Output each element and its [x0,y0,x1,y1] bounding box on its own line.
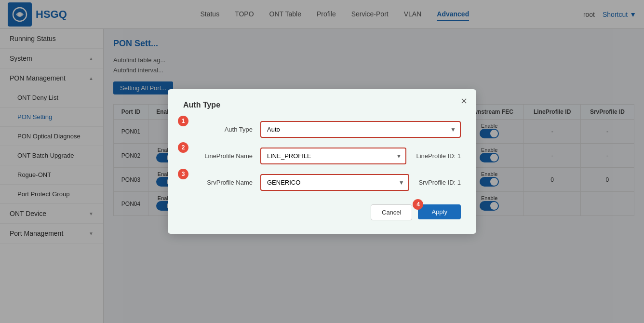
modal-overlay[interactable]: Auth Type ✕ 1 Auth Type Auto Manual Pass… [0,0,644,323]
line-profile-select[interactable]: LINE_PROFILE [260,148,406,164]
modal-footer: Cancel 4 Apply [183,204,461,220]
apply-wrap: 4 Apply [418,204,461,220]
line-profile-label: LineProfile Name [183,152,260,160]
line-profile-control: LINE_PROFILE ▼ [260,148,406,164]
srv-profile-label: SrvProfile Name [183,179,260,186]
line-profile-id: LineProfile ID: 1 [416,152,461,160]
auth-type-control: Auto Manual Password ▼ [260,121,461,138]
auth-type-row: 1 Auth Type Auto Manual Password ▼ [183,121,461,138]
step-3-badge: 3 [178,169,188,179]
step-2-badge: 2 [178,142,188,153]
modal-close-button[interactable]: ✕ [460,96,468,107]
srv-profile-control: GENERICO ▼ [260,174,409,191]
auth-type-select[interactable]: Auto Manual Password [260,121,461,138]
auth-type-modal: Auth Type ✕ 1 Auth Type Auto Manual Pass… [168,89,476,234]
apply-button[interactable]: Apply [418,204,461,219]
modal-title: Auth Type [183,101,461,109]
auth-type-label: Auth Type [183,126,260,133]
srv-profile-select[interactable]: GENERICO [260,174,409,191]
line-profile-row: 2 LineProfile Name LINE_PROFILE ▼ LinePr… [183,148,461,164]
cancel-button[interactable]: Cancel [371,204,412,220]
step-1-badge: 1 [178,116,188,126]
srv-profile-id: SrvProfile ID: 1 [419,179,461,186]
srv-profile-row: 3 SrvProfile Name GENERICO ▼ SrvProfile … [183,174,461,191]
